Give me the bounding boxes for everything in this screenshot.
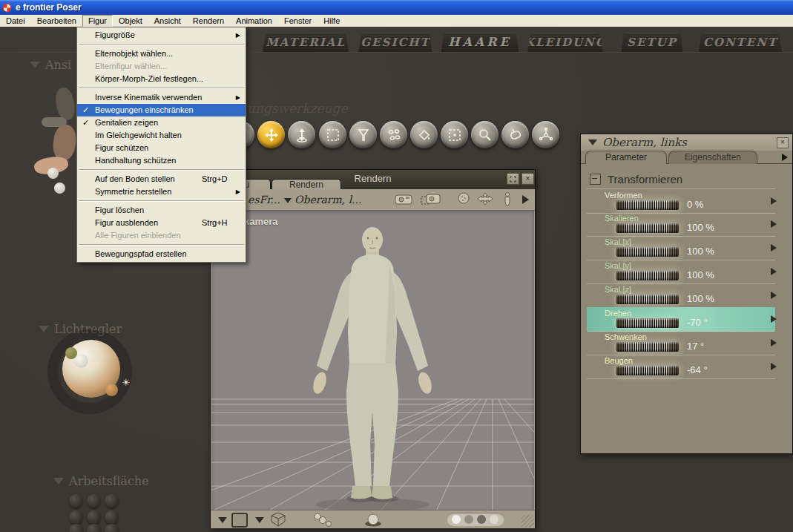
menu-item-bewegungspfad-erstellen[interactable]: Bewegungspfad erstellen [77, 248, 246, 260]
camera-flyaround-icon[interactable] [395, 192, 414, 206]
dial-value[interactable]: 100 % [687, 222, 714, 233]
figure-james[interactable] [287, 220, 458, 510]
menu-item-figurgroesse[interactable]: Figurgröße▶ [77, 29, 246, 42]
skal-z-dial[interactable] [616, 295, 679, 304]
collapse-triangle-icon[interactable] [30, 62, 40, 68]
room-tab-content[interactable]: CONTENT [695, 33, 786, 52]
parameter-panel-close-button[interactable]: × [777, 137, 789, 148]
preview-canvas[interactable]: kamera [211, 210, 534, 510]
menu-objekt[interactable]: Objekt [113, 15, 148, 27]
menu-datei[interactable]: Datei [0, 15, 31, 27]
grouping-tool-button[interactable] [441, 121, 468, 148]
menu-item-elternobjekt[interactable]: Elternobjekt wählen... [77, 47, 246, 60]
display-style-dot-1[interactable] [452, 515, 461, 524]
drehen-dial[interactable] [616, 318, 679, 328]
verformen-dial[interactable] [616, 200, 679, 210]
window-titlebar[interactable]: e frontier Poser [0, 0, 793, 15]
chain-break-tool-button[interactable] [380, 121, 407, 148]
tracking-spheres-icon[interactable] [312, 512, 334, 527]
display-style-dot[interactable] [87, 494, 101, 508]
taper-tool-button[interactable] [349, 121, 377, 148]
document-maximize-button[interactable] [507, 173, 519, 185]
color-tool-button[interactable] [410, 121, 438, 148]
dial-menu-arrow-icon[interactable] [771, 268, 777, 275]
dial-value[interactable]: 100 % [687, 293, 714, 304]
sun-icon[interactable]: ☀ [122, 377, 131, 388]
menu-item-auf-den-boden-stellen[interactable]: Auf den Boden stellenStrg+D [77, 173, 246, 185]
menu-hilfe[interactable]: Hilfe [317, 15, 346, 27]
menu-figur[interactable]: Figur [82, 15, 113, 27]
frame-camera-icon[interactable] [421, 192, 441, 206]
display-style-dot[interactable] [87, 510, 101, 525]
direct-manipulation-tool-button[interactable] [532, 121, 559, 148]
menu-item-handhaltung-schuetzen[interactable]: Handhaltung schützen [77, 154, 246, 167]
background-color-swatch[interactable] [231, 513, 248, 528]
dial-menu-arrow-icon[interactable] [771, 315, 777, 323]
menu-item-inverse-kinematik[interactable]: Inverse Kinematik verwenden▶ [77, 91, 246, 104]
display-style-dot[interactable] [105, 510, 119, 525]
translate-in-out-tool-button[interactable] [288, 121, 315, 148]
menu-item-figur-ausblenden[interactable]: Figur ausblendenStrg+H [77, 217, 246, 229]
panel-menu-arrow-icon[interactable] [782, 154, 788, 161]
display-style-dot-3[interactable] [477, 515, 486, 524]
menu-item-genitalien-zeigen[interactable]: ✓Genitalien zeigen [77, 116, 246, 129]
room-tab-material[interactable]: MATERIAL [259, 33, 352, 52]
figure-selector[interactable]: esFr... [248, 194, 280, 206]
trackball-icon[interactable] [458, 192, 470, 204]
collapse-minus-icon[interactable] [590, 174, 601, 185]
room-tab-setup[interactable]: SETUP [619, 33, 685, 52]
room-tab-haare[interactable]: HAARE [438, 33, 522, 52]
room-tab-kleidung[interactable]: KLEIDUNG [524, 33, 606, 52]
dial-menu-arrow-icon[interactable] [771, 363, 777, 370]
dial-value[interactable]: -70 ° [687, 317, 708, 328]
swatch-dropdown-arrow-icon[interactable] [218, 517, 227, 523]
figure-silhouette-icon[interactable] [503, 192, 512, 206]
schwenken-dial[interactable] [616, 342, 679, 352]
resize-grip[interactable] [521, 515, 534, 528]
dial-menu-arrow-icon[interactable] [771, 244, 777, 252]
menu-fenster[interactable]: Fenster [278, 15, 317, 27]
dial-menu-arrow-icon[interactable] [771, 220, 777, 228]
menu-ansicht[interactable]: Ansicht [148, 15, 187, 27]
dial-value[interactable]: 17 ° [687, 341, 704, 352]
parameter-panel-header[interactable]: Oberarm, links × [581, 134, 792, 151]
shadow-ball-icon[interactable] [363, 512, 383, 527]
document-tab-rendern[interactable]: Rendern [272, 179, 341, 190]
dial-value[interactable]: -64 ° [687, 364, 708, 375]
display-dropdown-arrow-icon[interactable] [255, 517, 264, 523]
dial-value[interactable]: 0 % [687, 199, 703, 210]
dial-value[interactable]: 100 % [687, 246, 714, 257]
morphing-tool-button[interactable] [501, 121, 529, 148]
menu-item-koerper-morph-ziel[interactable]: Körper-Morph-Ziel festlegen... [77, 73, 246, 85]
skal-x-dial[interactable] [616, 247, 679, 257]
menu-item-im-gleichgewicht-halten[interactable]: Im Gleichgewicht halten [77, 129, 246, 142]
menu-animation[interactable]: Animation [230, 15, 278, 27]
camera-ball-control[interactable] [47, 168, 59, 179]
display-style-dot[interactable] [105, 494, 119, 508]
skalieren-dial[interactable] [616, 223, 679, 233]
skal-y-dial[interactable] [616, 271, 679, 280]
translate-tool-button[interactable] [257, 121, 285, 148]
document-titlebar[interactable]: Rendern × u Rendern [211, 170, 535, 189]
document-close-button[interactable]: × [521, 173, 534, 185]
menu-rendern[interactable]: Rendern [187, 15, 230, 27]
collapse-triangle-icon[interactable] [39, 326, 49, 332]
dial-menu-arrow-icon[interactable] [771, 292, 777, 299]
menu-item-figur-loeschen[interactable]: Figur löschen [77, 204, 246, 217]
display-style-dot[interactable] [69, 510, 83, 525]
tab-eigenschaften[interactable]: Eigenschaften [668, 151, 757, 164]
collapse-triangle-icon[interactable] [588, 139, 597, 145]
dial-value[interactable]: 100 % [687, 269, 714, 280]
menu-item-figur-schuetzen[interactable]: Figur schützen [77, 142, 246, 154]
dial-menu-arrow-icon[interactable] [771, 339, 777, 347]
wireframe-cube-icon[interactable] [270, 512, 286, 527]
display-style-dot-4[interactable] [490, 515, 498, 524]
light-indicator-orange[interactable] [105, 384, 118, 396]
beugen-dial[interactable] [616, 366, 679, 375]
scale-tool-button[interactable] [319, 121, 346, 148]
menu-item-symmetrie-herstellen[interactable]: Symmetrie herstellen▶ [77, 185, 246, 198]
room-tab-gesicht[interactable]: GESICHT [355, 33, 435, 52]
dial-menu-arrow-icon[interactable] [771, 197, 777, 205]
display-style-dot-2[interactable] [464, 515, 473, 524]
next-arrow-icon[interactable] [522, 195, 529, 204]
